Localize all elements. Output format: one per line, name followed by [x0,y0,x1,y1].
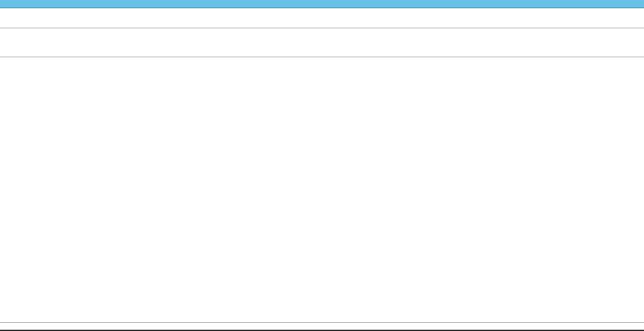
col-header-transportation-charges [618,28,644,57]
report-title [4,10,9,19]
col-header-value [479,28,517,57]
col-header-voucher-type [401,28,442,57]
col-header-sales-accounts [569,28,618,57]
voucher-register-window [0,0,644,331]
col-header-address [315,28,401,57]
grand-total-row [0,323,644,330]
col-header-date [0,28,33,57]
header-bottom-border [0,57,644,57]
col-header-voucher-no [442,28,479,57]
report-header [0,8,644,28]
col-header-gross-total [517,28,569,57]
titlebar [0,0,644,8]
col-header-particulars [33,28,134,57]
